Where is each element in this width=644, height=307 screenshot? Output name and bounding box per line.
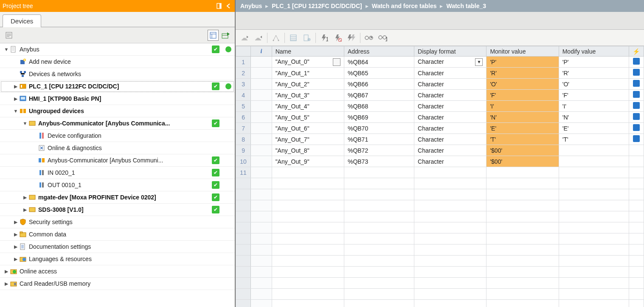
cell-format[interactable]: Character bbox=[414, 156, 487, 167]
cell-address[interactable]: %QB69 bbox=[344, 112, 414, 123]
cell-address[interactable]: %QB66 bbox=[344, 79, 414, 90]
cell-address[interactable]: %QB64 bbox=[344, 57, 414, 68]
toolbar-glasses-1-icon[interactable]: 1 bbox=[377, 32, 388, 43]
table-row[interactable]: 7"Any_Out_6"%QB70Character'E''E' bbox=[236, 123, 644, 134]
cell-name[interactable]: "Any_Out_5" bbox=[272, 112, 344, 123]
cell-format[interactable]: Character▼ bbox=[414, 57, 487, 68]
cell-name[interactable]: "Any_Out_4" bbox=[272, 101, 344, 112]
modify-check-icon[interactable] bbox=[633, 80, 640, 87]
cell-i[interactable] bbox=[251, 79, 272, 90]
cell-modify[interactable]: 'R' bbox=[559, 68, 629, 79]
cell-bolt[interactable] bbox=[629, 145, 644, 156]
expander-icon[interactable]: ▶ bbox=[13, 256, 19, 262]
tree-item[interactable]: ▶HMI_1 [KTP900 Basic PN] bbox=[0, 93, 235, 105]
col-name[interactable]: Name bbox=[272, 46, 344, 57]
cell-modify[interactable]: 'E' bbox=[559, 123, 629, 134]
cell-i[interactable] bbox=[251, 156, 272, 167]
expander-icon[interactable]: ▶ bbox=[22, 207, 28, 213]
col-rownum[interactable] bbox=[236, 46, 251, 57]
cell-address[interactable]: %QB67 bbox=[344, 90, 414, 101]
cell-name[interactable]: "Any_Out_2" bbox=[272, 79, 344, 90]
col-format[interactable]: Display format bbox=[414, 46, 487, 57]
tree-item[interactable]: ▼Anybus bbox=[0, 43, 235, 56]
toolbar-glasses-icon[interactable] bbox=[363, 32, 375, 43]
col-bolt[interactable]: ⚡ bbox=[629, 46, 644, 57]
tree-item[interactable]: OUT 0010_1 bbox=[0, 179, 235, 191]
cell-format[interactable]: Character bbox=[414, 112, 487, 123]
tree-item[interactable]: ▶PLC_1 [CPU 1212FC DC/DC/DC] bbox=[0, 80, 235, 93]
modify-check-icon[interactable] bbox=[633, 124, 640, 131]
col-i[interactable]: i bbox=[251, 46, 272, 57]
cell-modify[interactable] bbox=[559, 145, 629, 156]
cell-name[interactable]: "Any_Out_3" bbox=[272, 90, 344, 101]
cell-modify[interactable]: 'T' bbox=[559, 134, 629, 145]
cell-format[interactable]: Character bbox=[414, 79, 487, 90]
col-modify[interactable]: Modify value bbox=[559, 46, 629, 57]
tree-item[interactable]: IN 0020_1 bbox=[0, 167, 235, 179]
expander-icon[interactable]: ▶ bbox=[3, 269, 9, 274]
table-row[interactable]: 8"Any_Out_7"%QB71Character'T''T' bbox=[236, 134, 644, 145]
expander-icon[interactable]: ▶ bbox=[13, 219, 19, 225]
cell-bolt[interactable] bbox=[629, 57, 644, 68]
cell-bolt[interactable] bbox=[629, 156, 644, 167]
name-browse-icon[interactable] bbox=[333, 58, 340, 66]
tree-item[interactable]: Anybus-Communicator [Anybus Communi... bbox=[0, 154, 235, 167]
modify-check-icon[interactable] bbox=[633, 102, 640, 109]
tree-item[interactable]: ▶mgate-dev [Moxa PROFINET Device 0202] bbox=[0, 191, 235, 204]
table-row-addnew[interactable]: 11 bbox=[236, 167, 644, 178]
col-address[interactable]: Address bbox=[344, 46, 414, 57]
expander-icon[interactable]: ▶ bbox=[13, 84, 19, 89]
table-row[interactable]: 5"Any_Out_4"%QB68Character'I''I' bbox=[236, 101, 644, 112]
cell-modify[interactable] bbox=[559, 156, 629, 167]
toolbar-flash-1-icon[interactable]: 1 bbox=[318, 32, 330, 43]
table-row[interactable]: 3"Any_Out_2"%QB66Character'O''O' bbox=[236, 79, 644, 90]
cell-modify[interactable]: 'P' bbox=[559, 57, 629, 68]
cell-name[interactable]: "Any_Out_0" bbox=[272, 57, 344, 68]
toolbar-btn-3[interactable] bbox=[270, 32, 282, 43]
table-row[interactable]: 4"Any_Out_3"%QB67Character'F''F' bbox=[236, 90, 644, 101]
cell-address[interactable]: %QB71 bbox=[344, 134, 414, 145]
tree-item[interactable]: ▶Card Reader/USB memory bbox=[0, 278, 235, 290]
cell-modify[interactable]: 'O' bbox=[559, 79, 629, 90]
format-dropdown-icon[interactable]: ▼ bbox=[475, 58, 483, 66]
cell-i[interactable] bbox=[251, 101, 272, 112]
tree-item[interactable]: Devices & networks bbox=[0, 68, 235, 80]
cell-address[interactable]: %QB73 bbox=[344, 156, 414, 167]
tree-item[interactable]: ▶Security settings bbox=[0, 216, 235, 228]
cell-format[interactable]: Character bbox=[414, 123, 487, 134]
cell-bolt[interactable] bbox=[629, 68, 644, 79]
toolbar-btn-5[interactable] bbox=[301, 32, 313, 43]
expander-icon[interactable]: ▶ bbox=[13, 244, 19, 250]
toolbar-flash-all-icon[interactable] bbox=[346, 32, 357, 43]
cell-i[interactable] bbox=[251, 57, 272, 68]
cell-i[interactable] bbox=[251, 68, 272, 79]
tree-view-icon[interactable] bbox=[208, 30, 219, 41]
toolbar-btn-4[interactable] bbox=[287, 32, 299, 43]
modify-check-icon[interactable] bbox=[633, 113, 640, 120]
cell-address[interactable]: %QB72 bbox=[344, 145, 414, 156]
expander-icon[interactable]: ▶ bbox=[22, 195, 28, 200]
cell-name[interactable]: "Any_Out_1" bbox=[272, 68, 344, 79]
cell-format[interactable]: Character bbox=[414, 145, 487, 156]
toolbar-btn-1[interactable] bbox=[239, 32, 251, 43]
devices-tab[interactable]: Devices bbox=[3, 14, 41, 27]
cell-address[interactable]: %QB68 bbox=[344, 101, 414, 112]
breadcrumb-item[interactable]: Watch table_3 bbox=[446, 3, 486, 9]
breadcrumb-item[interactable]: Anybus bbox=[240, 3, 262, 9]
project-tree[interactable]: ▼AnybusAdd new deviceDevices & networks▶… bbox=[0, 43, 235, 307]
tree-item[interactable]: Add new device bbox=[0, 56, 235, 68]
table-row[interactable]: 2"Any_Out_1"%QB65Character'R''R' bbox=[236, 68, 644, 79]
cell-modify[interactable]: 'I' bbox=[559, 101, 629, 112]
cell-i[interactable] bbox=[251, 112, 272, 123]
tree-props-icon[interactable] bbox=[3, 30, 14, 41]
tree-item[interactable]: ▼Ungrouped devices bbox=[0, 105, 235, 117]
table-row[interactable]: 10"Any_Out_9"%QB73Character'$00' bbox=[236, 156, 644, 167]
watch-grid[interactable]: i Name Address Display format Monitor va… bbox=[236, 46, 644, 307]
modify-check-icon[interactable] bbox=[633, 69, 640, 76]
expander-icon[interactable]: ▶ bbox=[13, 96, 19, 102]
cell-format[interactable]: Character bbox=[414, 134, 487, 145]
cell-address[interactable]: %QB65 bbox=[344, 68, 414, 79]
tree-item[interactable]: ▶SDS-3008 [V1.0] bbox=[0, 204, 235, 216]
cell-bolt[interactable] bbox=[629, 112, 644, 123]
col-monitor[interactable]: Monitor value bbox=[487, 46, 559, 57]
